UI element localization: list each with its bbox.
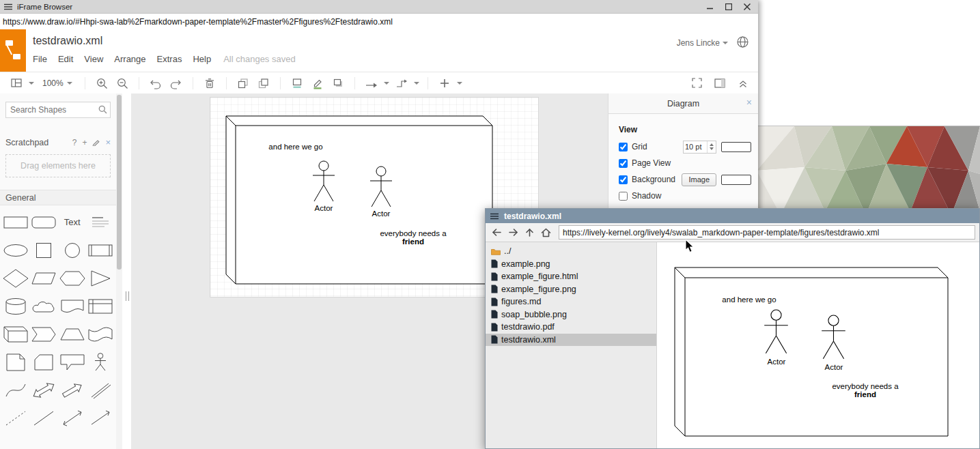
format-panel-close-icon[interactable]: × xyxy=(746,97,752,108)
shape-rounded-rectangle[interactable] xyxy=(30,208,59,236)
sidebar-splitter[interactable] xyxy=(122,93,131,449)
actor-label[interactable]: Actor xyxy=(361,209,402,218)
file-row[interactable]: testdrawio.pdf xyxy=(486,321,656,334)
window-menu-icon[interactable] xyxy=(4,3,12,10)
sidebar-scrollbar[interactable] xyxy=(116,93,122,449)
file-row[interactable]: example.png xyxy=(486,258,656,271)
iframe-browser-titlebar[interactable]: iFrame Browser xyxy=(0,0,758,14)
zoom-select[interactable]: 100% xyxy=(42,78,72,88)
browser-url-input[interactable] xyxy=(0,14,758,29)
undo-icon[interactable] xyxy=(148,76,164,91)
shape-curve[interactable] xyxy=(1,376,30,404)
back-button[interactable] xyxy=(490,225,504,240)
shadow-icon[interactable] xyxy=(330,76,346,91)
shape-directional-connector[interactable] xyxy=(87,404,115,432)
shape-circle[interactable] xyxy=(58,236,87,264)
connection-icon[interactable] xyxy=(363,76,380,91)
redo-icon[interactable] xyxy=(168,76,184,91)
language-globe-icon[interactable] xyxy=(737,36,748,50)
collapse-toolbar-icon[interactable] xyxy=(735,76,751,91)
file-row[interactable]: example_figure.html xyxy=(486,270,656,283)
shape-diamond[interactable] xyxy=(1,264,30,292)
connection-dropdown-icon[interactable] xyxy=(384,82,389,85)
home-button[interactable] xyxy=(539,225,553,240)
shape-process[interactable] xyxy=(87,236,115,264)
background-image-button[interactable]: Image xyxy=(682,173,716,186)
window-menu-icon[interactable] xyxy=(490,213,499,220)
shape-link[interactable] xyxy=(87,376,115,404)
shape-actor[interactable] xyxy=(87,348,115,376)
menu-extras[interactable]: Extras xyxy=(157,54,182,64)
shape-cloud[interactable] xyxy=(30,292,59,320)
cube-shape[interactable] xyxy=(225,115,493,285)
shape-cube[interactable] xyxy=(1,320,30,348)
grid-size-spinner[interactable] xyxy=(707,141,716,153)
shape-parallelogram[interactable] xyxy=(30,264,59,292)
spinner-down-icon[interactable] xyxy=(710,147,714,150)
file-row[interactable]: figures.md xyxy=(486,295,656,308)
menu-help[interactable]: Help xyxy=(193,54,211,64)
grid-size-input[interactable] xyxy=(684,142,707,152)
file-browser-url-input[interactable] xyxy=(559,225,975,240)
insert-icon[interactable] xyxy=(436,76,453,91)
splitter-grip[interactable] xyxy=(126,291,129,301)
grid-color-swatch[interactable] xyxy=(721,142,751,152)
shape-square[interactable] xyxy=(30,236,59,264)
fill-color-icon[interactable] xyxy=(289,76,305,91)
format-panel-toggle-icon[interactable] xyxy=(712,76,728,91)
page-view-checkbox[interactable] xyxy=(619,159,628,168)
shadow-checkbox[interactable] xyxy=(619,192,628,201)
shape-bidirectional-connector[interactable] xyxy=(58,404,87,432)
delete-icon[interactable] xyxy=(201,76,218,91)
shape-hexagon[interactable] xyxy=(58,264,87,292)
shape-tape[interactable] xyxy=(87,320,115,348)
shape-dashed-line[interactable] xyxy=(1,404,30,432)
friend-label[interactable]: everybody needs a friend xyxy=(372,229,454,246)
section-general[interactable]: General xyxy=(0,190,116,205)
page-view-dropdown-icon[interactable] xyxy=(29,82,34,85)
insert-dropdown-icon[interactable] xyxy=(457,82,462,85)
shape-arrow[interactable] xyxy=(58,376,87,404)
scratchpad-close-icon[interactable]: × xyxy=(105,137,111,147)
scratchpad-add-icon[interactable]: + xyxy=(82,138,87,147)
background-checkbox[interactable] xyxy=(619,175,628,184)
tab-diagram[interactable]: Diagram xyxy=(667,99,699,108)
zoom-in-icon[interactable] xyxy=(94,76,110,91)
waypoints-dropdown-icon[interactable] xyxy=(414,82,419,85)
user-menu[interactable]: Jens Lincke xyxy=(677,38,728,48)
search-icon[interactable] xyxy=(98,105,107,114)
file-row-parent[interactable]: ../ xyxy=(486,245,656,258)
close-button[interactable] xyxy=(740,1,754,12)
to-front-icon[interactable] xyxy=(235,76,251,91)
fullscreen-icon[interactable] xyxy=(688,76,705,91)
menu-file[interactable]: File xyxy=(33,54,47,64)
scratchpad-edit-icon[interactable] xyxy=(92,139,100,146)
shape-step[interactable] xyxy=(30,320,59,348)
scratchpad-help-icon[interactable]: ? xyxy=(72,138,77,147)
scrollbar-thumb[interactable] xyxy=(117,95,122,270)
box-label[interactable]: and here we go xyxy=(255,143,337,151)
file-row[interactable]: example_figure.png xyxy=(486,283,656,296)
grid-checkbox[interactable] xyxy=(619,143,628,151)
actor-shape[interactable] xyxy=(369,166,393,208)
shape-triangle[interactable] xyxy=(87,264,115,292)
minimize-button[interactable] xyxy=(703,1,717,12)
menu-view[interactable]: View xyxy=(84,54,103,64)
actor-label[interactable]: Actor xyxy=(303,204,344,212)
page-view-icon[interactable] xyxy=(8,76,25,91)
to-back-icon[interactable] xyxy=(255,76,272,91)
scratchpad-dropzone[interactable]: Drag elements here xyxy=(5,154,111,177)
up-button[interactable] xyxy=(522,225,537,240)
forward-button[interactable] xyxy=(506,225,520,240)
shape-bidirectional-arrow[interactable] xyxy=(30,376,59,404)
grid-size-stepper[interactable] xyxy=(683,141,716,154)
file-row-selected[interactable]: testdrawio.xml xyxy=(486,334,656,347)
shape-callout[interactable] xyxy=(58,348,87,376)
shape-line[interactable] xyxy=(30,404,59,432)
actor-shape[interactable] xyxy=(312,160,335,203)
shape-document[interactable] xyxy=(58,292,87,320)
shape-note[interactable] xyxy=(1,348,30,376)
line-color-icon[interactable] xyxy=(309,76,326,91)
file-row[interactable]: soap_bubble.png xyxy=(486,308,656,321)
spinner-up-icon[interactable] xyxy=(710,143,714,146)
